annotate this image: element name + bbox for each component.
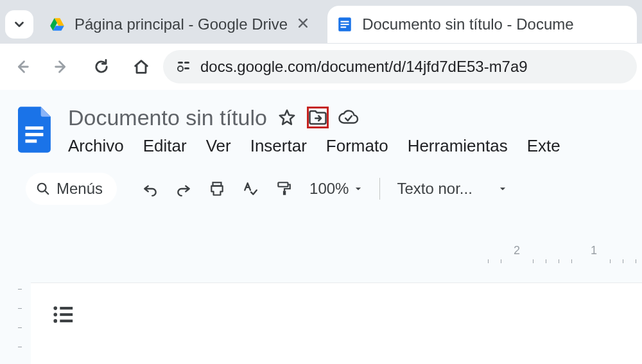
svg-rect-5 [184, 62, 189, 64]
svg-rect-14 [283, 191, 286, 195]
print-icon [209, 180, 225, 197]
reload-icon [92, 58, 110, 76]
ruler-number: 2 [514, 244, 520, 257]
browser-tab-strip: Página principal - Google Drive Document… [0, 0, 642, 44]
print-button[interactable] [203, 175, 231, 203]
tabs-overview-button[interactable] [5, 10, 33, 39]
svg-rect-4 [178, 62, 183, 64]
zoom-selector[interactable]: 100% [303, 180, 369, 198]
svg-point-15 [53, 306, 57, 310]
menus-search-button[interactable]: Menús [26, 173, 117, 205]
menu-format[interactable]: Formato [326, 136, 388, 156]
cloud-check-icon [338, 109, 360, 126]
arrow-left-icon [13, 58, 31, 76]
svg-rect-1 [341, 21, 349, 22]
chevron-down-icon [12, 17, 26, 31]
svg-point-6 [178, 66, 183, 71]
menu-edit[interactable]: Editar [143, 136, 187, 156]
menu-insert[interactable]: Insertar [250, 136, 307, 156]
browser-tab-docs[interactable]: Documento sin título - Docume [327, 6, 637, 43]
svg-point-17 [53, 319, 57, 323]
reload-button[interactable] [92, 58, 110, 76]
search-icon [36, 182, 50, 196]
arrow-right-icon [53, 58, 71, 76]
tab-title: Página principal - Google Drive [74, 15, 288, 33]
site-settings-icon [176, 59, 191, 74]
docs-toolbar: Menús [26, 170, 628, 207]
redo-button[interactable] [169, 175, 198, 203]
style-label: Texto nor... [397, 180, 472, 198]
svg-rect-8 [25, 126, 43, 130]
svg-rect-10 [25, 139, 37, 143]
undo-button[interactable] [136, 175, 164, 203]
browser-tab-drive[interactable]: Página principal - Google Drive [40, 6, 321, 43]
browser-toolbar: docs.google.com/document/d/14jfd7dE53-m7… [0, 44, 642, 90]
menu-bar: Archivo Editar Ver Insertar Formato Herr… [68, 136, 642, 156]
move-button[interactable] [307, 107, 329, 128]
close-tab-button[interactable] [297, 15, 309, 33]
paint-roller-icon [275, 180, 292, 197]
close-icon [297, 17, 309, 30]
menu-tools[interactable]: Herramientas [408, 136, 508, 156]
svg-rect-13 [278, 182, 288, 187]
folder-move-icon [308, 109, 327, 126]
star-icon [277, 108, 297, 127]
google-drive-icon [49, 16, 65, 33]
tab-title: Documento sin título - Docume [362, 15, 573, 33]
docs-app: Documento sin título [0, 90, 642, 364]
svg-rect-7 [184, 67, 189, 69]
zoom-value: 100% [309, 180, 349, 198]
back-button[interactable] [13, 58, 31, 76]
menu-file[interactable]: Archivo [68, 136, 124, 156]
caret-down-icon [498, 184, 507, 193]
show-outline-button[interactable] [53, 305, 74, 327]
document-canvas[interactable] [31, 282, 642, 364]
address-bar[interactable]: docs.google.com/document/d/14jfd7dE53-m7… [163, 50, 637, 83]
ruler-number: 1 [591, 244, 597, 257]
svg-rect-2 [341, 24, 349, 25]
document-title[interactable]: Documento sin título [68, 105, 267, 130]
star-button[interactable] [276, 107, 298, 128]
svg-rect-18 [60, 307, 73, 309]
redo-icon [175, 180, 192, 197]
svg-rect-3 [341, 26, 347, 28]
undo-icon [142, 180, 159, 197]
spellcheck-button[interactable] [236, 175, 265, 203]
spellcheck-icon [242, 180, 259, 197]
separator [379, 178, 380, 200]
url-text: docs.google.com/document/d/14jfd7dE53-m7… [200, 58, 528, 76]
list-icon [53, 305, 74, 324]
home-icon [132, 58, 150, 76]
horizontal-ruler: 2 1 [475, 244, 642, 263]
paragraph-style-selector[interactable]: Texto nor... [390, 180, 513, 198]
cloud-status-button[interactable] [338, 107, 360, 128]
menu-view[interactable]: Ver [206, 136, 231, 156]
svg-rect-19 [60, 313, 73, 316]
svg-point-16 [53, 313, 57, 316]
menus-label: Menús [56, 180, 103, 198]
vertical-ruler [10, 282, 30, 364]
paint-format-button[interactable] [270, 175, 298, 203]
forward-button[interactable] [53, 58, 71, 76]
docs-logo-icon[interactable] [18, 107, 54, 153]
svg-rect-9 [25, 133, 43, 136]
menu-extensions[interactable]: Exte [527, 136, 560, 156]
caret-down-icon [354, 184, 363, 193]
google-docs-icon [336, 16, 353, 33]
home-button[interactable] [132, 58, 150, 76]
svg-rect-20 [60, 320, 73, 322]
